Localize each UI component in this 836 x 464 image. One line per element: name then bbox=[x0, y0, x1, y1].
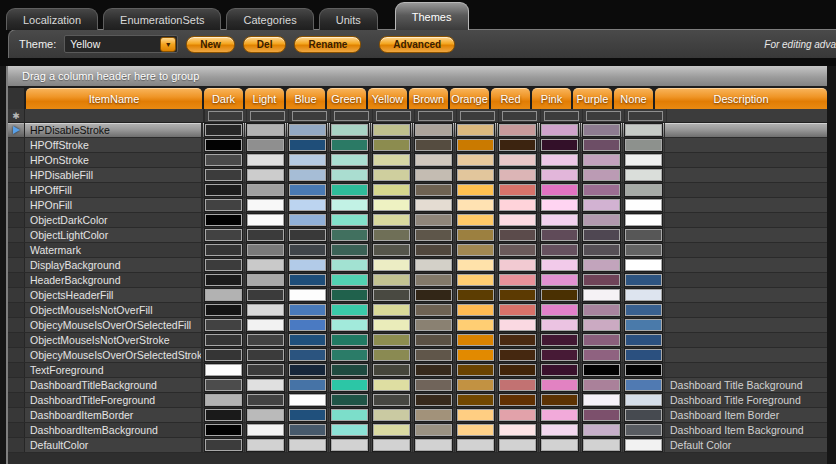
color-swatch[interactable] bbox=[541, 169, 578, 181]
new-row-color-cell[interactable] bbox=[625, 109, 667, 122]
color-cell-dark[interactable] bbox=[203, 273, 245, 287]
column-header-light[interactable]: Light bbox=[245, 88, 284, 109]
color-cell-blue[interactable] bbox=[287, 333, 329, 347]
color-cell-light[interactable] bbox=[245, 198, 287, 212]
color-cell-dark[interactable] bbox=[203, 378, 245, 392]
item-name-cell[interactable]: ObjecyMouseIsOverOrSelectedStroke bbox=[25, 348, 203, 362]
color-swatch[interactable] bbox=[625, 139, 662, 151]
item-name-cell[interactable]: ObjectLightColor bbox=[25, 228, 203, 242]
color-cell-red[interactable] bbox=[497, 423, 539, 437]
color-swatch[interactable] bbox=[331, 154, 368, 166]
new-row-color-cell[interactable] bbox=[289, 109, 331, 122]
color-cell-purple[interactable] bbox=[581, 138, 623, 152]
color-swatch[interactable] bbox=[625, 154, 662, 166]
color-swatch[interactable] bbox=[247, 394, 284, 406]
color-swatch[interactable] bbox=[289, 304, 326, 316]
color-cell-red[interactable] bbox=[497, 333, 539, 347]
color-cell-pink[interactable] bbox=[539, 348, 581, 362]
color-swatch[interactable] bbox=[457, 184, 494, 196]
color-swatch[interactable] bbox=[583, 349, 620, 361]
color-swatch[interactable] bbox=[289, 349, 326, 361]
empty-color-box[interactable] bbox=[544, 111, 579, 121]
color-swatch[interactable] bbox=[457, 139, 494, 151]
color-cell-red[interactable] bbox=[497, 138, 539, 152]
color-swatch[interactable] bbox=[583, 139, 620, 151]
color-cell-purple[interactable] bbox=[581, 273, 623, 287]
color-cell-light[interactable] bbox=[245, 438, 287, 452]
color-swatch[interactable] bbox=[247, 199, 284, 211]
color-cell-dark[interactable] bbox=[203, 318, 245, 332]
description-cell[interactable]: Dashboard Title Foreground bbox=[665, 393, 827, 407]
color-cell-red[interactable] bbox=[497, 198, 539, 212]
color-swatch[interactable] bbox=[499, 424, 536, 436]
color-swatch[interactable] bbox=[625, 169, 662, 181]
color-cell-pink[interactable] bbox=[539, 198, 581, 212]
color-swatch[interactable] bbox=[625, 319, 662, 331]
color-cell-green[interactable] bbox=[329, 408, 371, 422]
color-swatch[interactable] bbox=[373, 154, 410, 166]
color-swatch[interactable] bbox=[415, 259, 452, 271]
item-name-cell[interactable]: HPDisableFill bbox=[25, 168, 203, 182]
color-swatch[interactable] bbox=[373, 379, 410, 391]
color-swatch[interactable] bbox=[373, 199, 410, 211]
color-swatch[interactable] bbox=[289, 439, 326, 451]
color-swatch[interactable] bbox=[205, 409, 242, 421]
color-swatch[interactable] bbox=[625, 349, 662, 361]
description-cell[interactable] bbox=[665, 303, 827, 317]
color-swatch[interactable] bbox=[373, 139, 410, 151]
color-cell-purple[interactable] bbox=[581, 243, 623, 257]
color-swatch[interactable] bbox=[331, 139, 368, 151]
advanced-button[interactable]: Advanced bbox=[379, 36, 455, 53]
color-swatch[interactable] bbox=[373, 364, 410, 376]
color-cell-yellow[interactable] bbox=[371, 393, 413, 407]
color-swatch[interactable] bbox=[457, 214, 494, 226]
new-row-color-cell[interactable] bbox=[583, 109, 625, 122]
table-row[interactable]: ObjectMouseIsNotOverStroke bbox=[8, 333, 827, 348]
item-name-cell[interactable]: HPOffStroke bbox=[25, 138, 203, 152]
color-swatch[interactable] bbox=[583, 334, 620, 346]
color-swatch[interactable] bbox=[247, 409, 284, 421]
color-cell-brown[interactable] bbox=[413, 168, 455, 182]
color-swatch[interactable] bbox=[373, 214, 410, 226]
color-cell-light[interactable] bbox=[245, 363, 287, 377]
color-cell-none[interactable] bbox=[623, 273, 665, 287]
color-swatch[interactable] bbox=[247, 349, 284, 361]
color-cell-orange[interactable] bbox=[455, 378, 497, 392]
color-cell-none[interactable] bbox=[623, 123, 665, 137]
table-row[interactable]: DefaultColorDefault Color bbox=[8, 438, 827, 453]
item-name-cell[interactable]: DashboardItemBorder bbox=[25, 408, 203, 422]
table-row[interactable]: DashboardTitleForegroundDashboard Title … bbox=[8, 393, 827, 408]
color-swatch[interactable] bbox=[457, 169, 494, 181]
color-cell-red[interactable] bbox=[497, 123, 539, 137]
description-cell[interactable] bbox=[665, 228, 827, 242]
color-cell-dark[interactable] bbox=[203, 183, 245, 197]
color-cell-purple[interactable] bbox=[581, 228, 623, 242]
color-swatch[interactable] bbox=[499, 154, 536, 166]
table-row[interactable]: ObjecyMouseIsOverOrSelectedStroke bbox=[8, 348, 827, 363]
color-swatch[interactable] bbox=[499, 409, 536, 421]
color-cell-none[interactable] bbox=[623, 288, 665, 302]
color-swatch[interactable] bbox=[499, 394, 536, 406]
color-cell-red[interactable] bbox=[497, 228, 539, 242]
color-cell-dark[interactable] bbox=[203, 423, 245, 437]
color-cell-blue[interactable] bbox=[287, 303, 329, 317]
item-name-cell[interactable]: HPOnFill bbox=[25, 198, 203, 212]
color-swatch[interactable] bbox=[205, 439, 242, 451]
color-swatch[interactable] bbox=[457, 349, 494, 361]
color-swatch[interactable] bbox=[457, 289, 494, 301]
color-swatch[interactable] bbox=[205, 394, 242, 406]
color-swatch[interactable] bbox=[625, 379, 662, 391]
color-swatch[interactable] bbox=[373, 124, 410, 136]
item-name-cell[interactable]: Watermark bbox=[25, 243, 203, 257]
color-cell-light[interactable] bbox=[245, 258, 287, 272]
color-swatch[interactable] bbox=[499, 274, 536, 286]
table-row[interactable]: HPOffStroke bbox=[8, 138, 827, 153]
color-cell-none[interactable] bbox=[623, 363, 665, 377]
color-cell-orange[interactable] bbox=[455, 138, 497, 152]
color-cell-light[interactable] bbox=[245, 408, 287, 422]
color-swatch[interactable] bbox=[331, 259, 368, 271]
color-swatch[interactable] bbox=[205, 364, 242, 376]
color-cell-light[interactable] bbox=[245, 288, 287, 302]
color-swatch[interactable] bbox=[205, 274, 242, 286]
color-cell-light[interactable] bbox=[245, 333, 287, 347]
